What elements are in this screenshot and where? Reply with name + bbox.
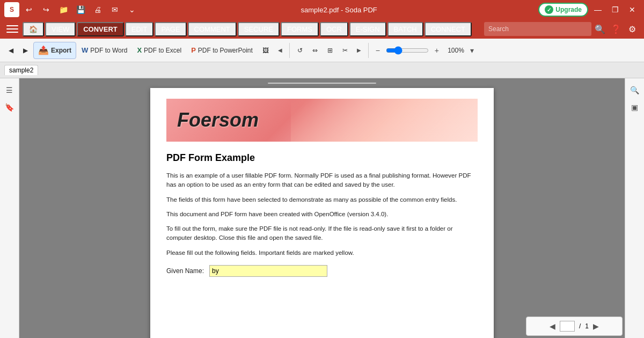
menu-bar: 🏠 VIEW CONVERT EDIT PAGE COMMENT SECURE … — [0, 19, 644, 39]
title-bar-title: sample2.pdf - Soda PDF — [140, 6, 538, 14]
prev-page-button[interactable]: ◀ — [550, 322, 555, 330]
total-pages: 1 — [585, 322, 589, 330]
pdf-banner: Foersom — [166, 99, 478, 142]
pdf-page: Foersom PDF Form Example This is an exam… — [150, 88, 494, 338]
pdf-para-5: Please fill out the following fields. Im… — [166, 248, 478, 258]
open-file-button[interactable]: 📁 — [56, 2, 71, 17]
menu-esign[interactable]: E-SIGN — [349, 22, 386, 36]
zoom-level-display: 100% — [445, 47, 464, 54]
fit-page-button[interactable]: ⊞ — [323, 42, 337, 59]
zoom-slider[interactable] — [386, 46, 429, 55]
pdf-banner-title: Foersom — [177, 109, 259, 131]
tab-edit[interactable]: Edit — [299, 83, 326, 84]
undo-button[interactable]: ↩ — [21, 2, 36, 17]
left-sidebar: ☰ 🔖 — [0, 78, 19, 338]
view-edit-toolbar: View Edit Select Text — [268, 83, 376, 84]
print-button[interactable]: 🖨 — [90, 2, 105, 17]
upgrade-button[interactable]: ✓ Upgrade — [538, 3, 588, 17]
close-button[interactable]: ✕ — [625, 2, 640, 17]
menu-convert[interactable]: CONVERT — [77, 22, 124, 36]
pdf-to-powerpoint-button[interactable]: P PDF to PowerPoint — [187, 42, 257, 59]
tab-bar: sample2 — [0, 62, 644, 78]
crop-button[interactable]: ✂ — [338, 42, 352, 59]
given-name-input[interactable] — [209, 265, 327, 277]
minimize-button[interactable]: — — [590, 2, 605, 17]
zoom-in-button[interactable]: + — [431, 45, 443, 56]
given-name-label: Given Name: — [166, 267, 204, 275]
menu-forms[interactable]: FORMS — [281, 22, 319, 36]
toolbar-more-button[interactable]: ◀ — [274, 45, 286, 56]
sidebar-bookmarks-button[interactable]: 🔖 — [2, 100, 17, 115]
settings-button[interactable]: ⚙ — [625, 21, 640, 36]
pdf-para-4: To fill out the form, make sure the PDF … — [166, 224, 478, 243]
tab-view[interactable]: View — [268, 83, 299, 84]
redo-button[interactable]: ↪ — [39, 2, 54, 17]
title-bar-controls-left: S ↩ ↪ 📁 💾 🖨 ✉ ⌄ — [4, 2, 140, 17]
pdf-para-3: This document and PDF form have been cre… — [166, 210, 478, 219]
check-icon: ✓ — [545, 5, 553, 14]
next-page-button[interactable]: ▶ — [593, 322, 599, 330]
forward-button[interactable]: ▶ — [19, 42, 32, 59]
banner-wave — [291, 99, 478, 142]
menu-page[interactable]: PAGE — [155, 22, 186, 36]
document-tab[interactable]: sample2 — [4, 65, 38, 75]
rotate-button[interactable]: ↺ — [293, 42, 307, 59]
title-bar-controls-right: ✓ Upgrade — ❐ ✕ — [538, 2, 640, 17]
toolbar: ◀ ▶ 📤 Export W PDF to Word X PDF to Exce… — [0, 39, 644, 62]
form-row-given-name: Given Name: — [166, 265, 478, 277]
menu-home[interactable]: 🏠 — [23, 22, 44, 36]
main-area: ☰ 🔖 View Edit Select Text Foersom PDF Fo… — [0, 78, 644, 338]
maximize-button[interactable]: ❐ — [608, 2, 623, 17]
menu-comment[interactable]: COMMENT — [188, 22, 237, 36]
sidebar-panel-button[interactable]: ☰ — [2, 83, 17, 98]
search-input[interactable] — [484, 22, 591, 36]
right-panel-button[interactable]: ▣ — [627, 100, 642, 115]
page-number-input[interactable]: 1 — [560, 321, 575, 332]
app-logo: S — [4, 2, 19, 17]
image-button[interactable]: 🖼 — [258, 42, 273, 59]
fit-width-button[interactable]: ⇔ — [308, 42, 322, 59]
menu-batch[interactable]: BATCH — [387, 22, 423, 36]
menu-connect[interactable]: CONNECT — [425, 22, 472, 36]
export-button[interactable]: 📤 Export — [33, 42, 76, 59]
page-navigation: ◀ 1 / 1 ▶ — [526, 317, 623, 336]
more-button[interactable]: ⌄ — [125, 2, 140, 17]
zoom-controls: − + 100% ▾ — [372, 45, 478, 56]
pdf-viewer[interactable]: View Edit Select Text Foersom PDF Form E… — [19, 78, 625, 338]
right-sidebar: 🔍 ▣ — [625, 78, 644, 338]
right-search-button[interactable]: 🔍 — [627, 83, 642, 98]
toolbar-more2-button[interactable]: ▶ — [353, 45, 365, 56]
search-button[interactable]: 🔍 — [592, 21, 608, 36]
menu-ocr[interactable]: OCR — [320, 22, 348, 36]
email-button[interactable]: ✉ — [107, 2, 122, 17]
menu-view[interactable]: VIEW — [45, 22, 76, 36]
back-button[interactable]: ◀ — [4, 42, 18, 59]
pdf-para-1: This is an example of a user fillable PD… — [166, 171, 478, 190]
tab-select-text[interactable]: Select Text — [327, 83, 376, 84]
hamburger-menu[interactable] — [4, 20, 21, 38]
toolbar-separator-2 — [368, 43, 369, 58]
save-button[interactable]: 💾 — [73, 2, 88, 17]
pdf-to-excel-button[interactable]: X PDF to Excel — [133, 42, 186, 59]
pdf-para-2: The fields of this form have been select… — [166, 195, 478, 204]
menu-edit[interactable]: EDIT — [125, 22, 154, 36]
menu-secure[interactable]: SECURE — [238, 22, 280, 36]
zoom-out-button[interactable]: − — [372, 45, 384, 56]
pdf-doc-title: PDF Form Example — [166, 152, 478, 164]
toolbar-separator-1 — [289, 43, 290, 58]
help-button[interactable]: ❓ — [609, 21, 624, 36]
zoom-dropdown-button[interactable]: ▾ — [466, 45, 478, 56]
pdf-to-word-button[interactable]: W PDF to Word — [77, 42, 131, 59]
title-bar: S ↩ ↪ 📁 💾 🖨 ✉ ⌄ sample2.pdf - Soda PDF ✓… — [0, 0, 644, 19]
